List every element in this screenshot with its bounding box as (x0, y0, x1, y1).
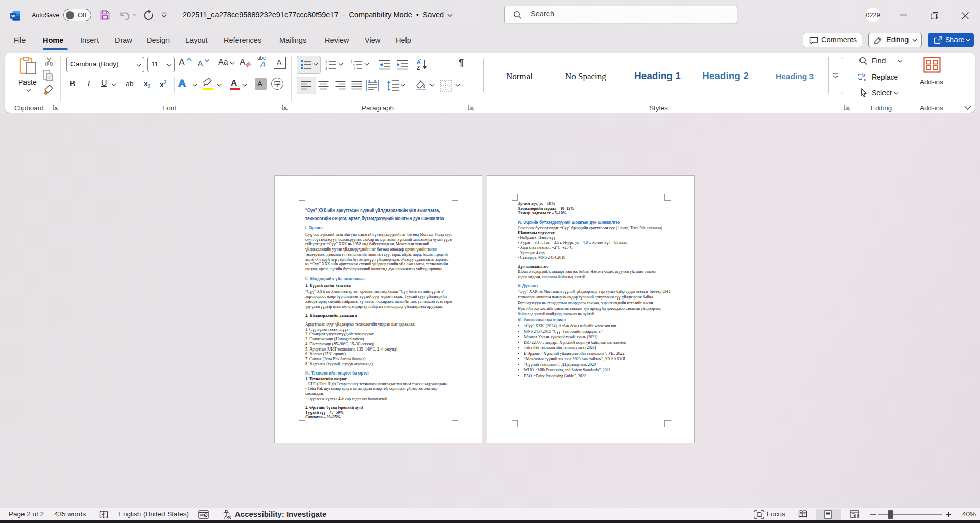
svg-text:1: 1 (351, 60, 353, 63)
svg-text:c: c (864, 77, 866, 82)
svg-text:W: W (11, 14, 15, 18)
svg-text:a: a (353, 63, 355, 67)
svg-text:2: 2 (325, 63, 327, 67)
svg-text:3: 3 (325, 67, 327, 70)
svg-text:1: 1 (325, 60, 327, 63)
svg-text:Z: Z (417, 65, 420, 71)
svg-text:A: A (417, 59, 420, 65)
svg-text:i: i (354, 67, 355, 70)
